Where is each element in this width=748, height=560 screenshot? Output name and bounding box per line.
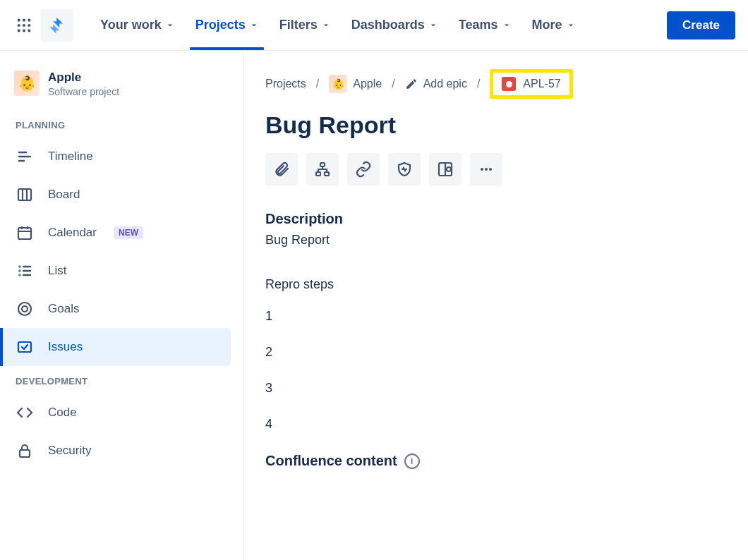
repro-heading: Repro steps bbox=[265, 277, 727, 292]
svg-rect-3 bbox=[18, 24, 20, 27]
shield-pulse-icon bbox=[396, 161, 413, 178]
project-subtitle: Software project bbox=[48, 86, 119, 97]
nav-label: Filters bbox=[279, 18, 318, 32]
lock-icon bbox=[16, 442, 34, 460]
svg-rect-5 bbox=[28, 24, 31, 27]
issue-actions bbox=[265, 153, 727, 185]
svg-point-25 bbox=[489, 168, 492, 171]
jira-icon bbox=[48, 16, 66, 35]
sidebar-item-label: List bbox=[48, 264, 66, 278]
product-logo[interactable] bbox=[41, 9, 73, 42]
sidebar: 👶 Apple Software project PLANNING Timeli… bbox=[0, 51, 244, 560]
sidebar-item-list[interactable]: List bbox=[0, 252, 243, 290]
nav-teams[interactable]: Teams bbox=[459, 12, 511, 38]
svg-rect-18 bbox=[320, 163, 325, 166]
sidebar-item-label: Board bbox=[48, 188, 80, 202]
breadcrumb-project[interactable]: 👶 Apple bbox=[329, 75, 382, 93]
sidebar-item-label: Timeline bbox=[48, 150, 93, 164]
create-button[interactable]: Create bbox=[667, 11, 735, 39]
confluence-heading: Confluence content bbox=[265, 453, 397, 469]
breadcrumb-sep: / bbox=[316, 78, 319, 90]
calendar-icon bbox=[16, 224, 34, 242]
nav-projects[interactable]: Projects bbox=[195, 12, 258, 38]
more-actions-button[interactable] bbox=[470, 153, 502, 185]
description-text[interactable]: Bug Report bbox=[265, 233, 727, 248]
nav-your-work[interactable]: Your work bbox=[100, 12, 174, 38]
breadcrumb-projects[interactable]: Projects bbox=[265, 78, 306, 90]
svg-rect-17 bbox=[20, 450, 30, 457]
sidebar-item-label: Calendar bbox=[48, 226, 97, 240]
nav-filters[interactable]: Filters bbox=[279, 12, 330, 38]
link-icon bbox=[355, 161, 372, 178]
svg-rect-4 bbox=[23, 24, 25, 27]
svg-point-24 bbox=[485, 168, 488, 171]
svg-point-23 bbox=[481, 168, 483, 171]
sidebar-item-board[interactable]: Board bbox=[0, 176, 243, 214]
issue-title[interactable]: Bug Report bbox=[265, 111, 727, 139]
repro-step[interactable]: 2 bbox=[265, 345, 727, 360]
chevron-down-icon bbox=[429, 21, 438, 30]
apps-icon bbox=[16, 18, 32, 33]
top-nav: Your work Projects Filters Dashboards Te… bbox=[0, 0, 748, 51]
project-avatar: 👶 bbox=[14, 71, 40, 96]
chevron-down-icon bbox=[166, 21, 174, 30]
sidebar-item-code[interactable]: Code bbox=[0, 394, 243, 432]
app-switcher[interactable] bbox=[13, 14, 35, 37]
nav-dashboards[interactable]: Dashboards bbox=[351, 12, 438, 38]
svg-point-11 bbox=[20, 267, 20, 267]
pencil-icon bbox=[405, 78, 418, 90]
issue-key: APL-57 bbox=[523, 78, 560, 90]
bug-icon bbox=[502, 77, 516, 91]
section-planning: PLANNING bbox=[0, 110, 243, 138]
sidebar-item-goals[interactable]: Goals bbox=[0, 290, 243, 328]
svg-rect-19 bbox=[316, 172, 320, 176]
shapes-icon bbox=[437, 161, 454, 178]
breadcrumb-add-epic[interactable]: Add epic bbox=[405, 78, 467, 90]
svg-rect-10 bbox=[18, 228, 31, 239]
chevron-down-icon bbox=[502, 21, 511, 30]
sidebar-item-timeline[interactable]: Timeline bbox=[0, 138, 243, 176]
new-badge: NEW bbox=[114, 226, 143, 239]
nav-more[interactable]: More bbox=[532, 12, 575, 38]
link-button[interactable] bbox=[347, 153, 380, 185]
svg-point-14 bbox=[18, 303, 31, 315]
sidebar-item-label: Issues bbox=[48, 340, 83, 354]
breadcrumbs: Projects / 👶 Apple / Add epic / APL-57 bbox=[265, 69, 727, 99]
add-child-button[interactable] bbox=[306, 153, 339, 185]
more-icon bbox=[478, 161, 495, 178]
nav-label: More bbox=[532, 18, 562, 32]
svg-point-13 bbox=[20, 275, 20, 276]
chevron-down-icon bbox=[567, 21, 575, 30]
goals-icon bbox=[16, 300, 34, 318]
board-icon bbox=[16, 185, 34, 204]
repro-step[interactable]: 4 bbox=[265, 417, 727, 432]
shield-action-button[interactable] bbox=[388, 153, 421, 185]
design-action-button[interactable] bbox=[429, 153, 462, 185]
repro-step[interactable]: 3 bbox=[265, 381, 727, 396]
svg-rect-6 bbox=[18, 29, 20, 32]
svg-rect-20 bbox=[325, 172, 329, 176]
description-heading: Description bbox=[265, 211, 727, 227]
chevron-down-icon bbox=[250, 21, 258, 30]
svg-rect-2 bbox=[28, 18, 31, 21]
sidebar-item-issues[interactable]: Issues bbox=[0, 328, 231, 366]
code-icon bbox=[16, 403, 34, 422]
sidebar-item-label: Code bbox=[48, 406, 77, 420]
breadcrumb-issue-key-highlighted[interactable]: APL-57 bbox=[490, 69, 572, 99]
confluence-section: Confluence content i bbox=[265, 453, 727, 469]
hierarchy-icon bbox=[314, 161, 331, 178]
svg-rect-8 bbox=[28, 29, 31, 32]
attach-button[interactable] bbox=[265, 153, 298, 185]
timeline-icon bbox=[16, 147, 34, 166]
repro-step[interactable]: 1 bbox=[265, 309, 727, 324]
sidebar-item-calendar[interactable]: Calendar NEW bbox=[0, 214, 243, 252]
issues-icon bbox=[16, 338, 34, 356]
nav-items: Your work Projects Filters Dashboards Te… bbox=[100, 12, 575, 38]
project-header[interactable]: 👶 Apple Software project bbox=[0, 71, 243, 110]
svg-rect-1 bbox=[23, 18, 25, 21]
info-icon[interactable]: i bbox=[404, 454, 420, 469]
attachment-icon bbox=[273, 161, 290, 178]
sidebar-item-security[interactable]: Security bbox=[0, 432, 243, 470]
svg-point-22 bbox=[447, 167, 451, 171]
section-development: DEVELOPMENT bbox=[0, 366, 243, 394]
